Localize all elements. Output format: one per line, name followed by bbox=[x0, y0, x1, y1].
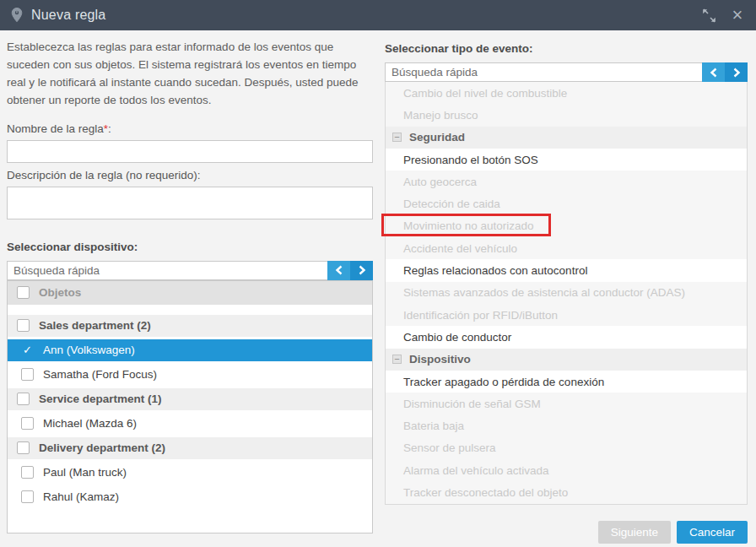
device-search-row bbox=[7, 261, 373, 280]
rule-description-label: Descripción de la regla (no requerido): bbox=[7, 169, 373, 181]
event-label: Seguridad bbox=[409, 131, 465, 144]
event-type-row: Movimiento no autorizado bbox=[386, 215, 747, 237]
device-label: Rahul (Kamaz) bbox=[43, 490, 119, 503]
device-item-row[interactable]: Rahul (Kamaz) bbox=[8, 486, 372, 508]
event-group-row[interactable]: −Dispositivo bbox=[386, 349, 747, 371]
event-group-row[interactable]: −Seguridad bbox=[386, 127, 747, 149]
dialog-titlebar: Nueva regla × bbox=[0, 0, 756, 30]
device-group-row[interactable]: Service department (1) bbox=[8, 388, 372, 410]
select-event-label: Seleccionar tipo de evento: bbox=[385, 42, 748, 55]
chevron-right-icon bbox=[358, 265, 366, 275]
checkbox[interactable] bbox=[21, 466, 34, 479]
location-pin-icon bbox=[10, 7, 24, 24]
event-label: Sensor de pulsera bbox=[403, 441, 496, 454]
chevron-left-icon bbox=[710, 68, 718, 78]
event-label: Alarma del vehículo activada bbox=[403, 464, 549, 477]
checkbox[interactable] bbox=[17, 441, 30, 454]
device-list-header[interactable]: Objetos bbox=[8, 281, 372, 305]
event-search-next-button[interactable] bbox=[725, 62, 748, 82]
event-type-row: Auto geocerca bbox=[386, 171, 747, 192]
event-label: Bateria baja bbox=[403, 420, 464, 432]
device-item-row[interactable]: Paul (Man truck) bbox=[8, 462, 372, 484]
event-type-row: Detección de caida bbox=[386, 192, 747, 214]
select-all-checkbox[interactable] bbox=[17, 286, 30, 299]
event-label: Reglas relacionados con autocontrol bbox=[403, 264, 587, 277]
expand-window-icon[interactable] bbox=[700, 7, 717, 24]
event-label: Movimiento no autorizado bbox=[403, 219, 534, 232]
checkbox[interactable] bbox=[17, 319, 30, 332]
event-label: Dispositivo bbox=[409, 353, 471, 366]
device-label: Sales department (2) bbox=[39, 319, 151, 332]
event-label: Detección de caida bbox=[403, 198, 500, 210]
rule-description-input[interactable] bbox=[7, 187, 373, 219]
event-type-row: Alarma del vehículo activada bbox=[386, 459, 747, 481]
collapse-minus-icon[interactable]: − bbox=[392, 355, 402, 364]
device-list: Objetos Sales department (2)✓Ann (Volksw… bbox=[7, 280, 373, 533]
cancel-button[interactable]: Cancelar bbox=[677, 521, 748, 544]
event-label: Cambio del nivel de combustible bbox=[403, 87, 567, 100]
device-label: Paul (Man truck) bbox=[43, 466, 127, 479]
event-type-row: Tracker desconectado del objeto bbox=[386, 481, 747, 503]
event-label: Tracker apagado o pérdida de conexión bbox=[403, 376, 604, 388]
chevron-right-icon bbox=[732, 68, 741, 78]
rule-form-panel: Establecezca las reglas para estar infor… bbox=[7, 39, 373, 533]
event-label: Accidente del vehículo bbox=[403, 242, 517, 255]
device-item-row[interactable]: Michael (Mazda 6) bbox=[8, 413, 372, 435]
event-label: Auto geocerca bbox=[403, 176, 477, 188]
event-label: Manejo brusco bbox=[403, 109, 478, 122]
event-type-row[interactable]: Tracker apagado o pérdida de conexión bbox=[386, 371, 747, 393]
event-label: Sistemas avanzados de asistencia al cond… bbox=[403, 286, 685, 299]
search-next-button[interactable] bbox=[350, 261, 373, 280]
device-search-input[interactable] bbox=[7, 261, 327, 280]
event-list: Cambio del nivel de combustibleManejo br… bbox=[385, 82, 748, 505]
device-label: Service department (1) bbox=[39, 393, 162, 405]
event-type-row[interactable]: Reglas relacionados con autocontrol bbox=[386, 259, 747, 281]
device-label: Ann (Volkswagen) bbox=[43, 344, 135, 356]
search-prev-button[interactable] bbox=[327, 261, 350, 280]
checkmark-icon[interactable]: ✓ bbox=[21, 344, 34, 356]
event-type-row: Sistemas avanzados de asistencia al cond… bbox=[386, 282, 747, 304]
device-label: Samatha (Ford Focus) bbox=[43, 368, 157, 381]
device-item-row[interactable]: ✓Ann (Volkswagen) bbox=[8, 339, 372, 361]
chevron-left-icon bbox=[335, 265, 343, 275]
device-label: Delivery department (2) bbox=[39, 441, 165, 454]
checkbox[interactable] bbox=[17, 393, 30, 405]
close-icon[interactable]: × bbox=[729, 7, 746, 24]
checkbox[interactable] bbox=[21, 368, 34, 381]
event-search-input[interactable] bbox=[385, 62, 702, 82]
event-type-row[interactable]: Cambio de conductor bbox=[386, 326, 747, 348]
event-type-panel: Seleccionar tipo de evento: Cambio del n… bbox=[385, 42, 748, 505]
event-type-row: Accidente del vehículo bbox=[386, 237, 747, 259]
device-item-row[interactable]: Samatha (Ford Focus) bbox=[8, 364, 372, 386]
event-label: Disminución de señal GSM bbox=[403, 398, 541, 410]
event-search-row bbox=[385, 62, 748, 82]
rule-name-input[interactable] bbox=[7, 140, 373, 163]
event-type-row: Identificación por RFID/iButton bbox=[386, 304, 747, 326]
next-button[interactable]: Siguiente bbox=[598, 521, 671, 544]
device-group-row[interactable]: Delivery department (2) bbox=[8, 437, 372, 459]
checkbox[interactable] bbox=[21, 417, 34, 430]
event-label: Presionando el botón SOS bbox=[403, 154, 538, 166]
event-type-row: Cambio del nivel de combustible bbox=[386, 82, 747, 104]
event-label: Tracker desconectado del objeto bbox=[403, 486, 568, 499]
device-header-label: Objetos bbox=[39, 286, 81, 299]
device-label: Michael (Mazda 6) bbox=[43, 417, 137, 430]
event-type-row: Sensor de pulsera bbox=[386, 437, 747, 459]
event-label: Cambio de conductor bbox=[403, 331, 511, 344]
event-type-row: Manejo brusco bbox=[386, 104, 747, 126]
event-label: Identificación por RFID/iButton bbox=[403, 309, 558, 322]
checkbox[interactable] bbox=[21, 490, 34, 503]
select-device-label: Seleccionar dispositivo: bbox=[7, 241, 373, 253]
event-type-row: Bateria baja bbox=[386, 414, 747, 436]
dialog-title: Nueva regla bbox=[31, 8, 105, 23]
event-type-row[interactable]: Presionando el botón SOS bbox=[386, 149, 747, 171]
intro-text: Establecezca las reglas para estar infor… bbox=[7, 39, 373, 110]
collapse-minus-icon[interactable]: − bbox=[392, 133, 402, 142]
rule-name-label: Nombre de la regla*: bbox=[7, 122, 373, 135]
dialog-footer: Siguiente Cancelar bbox=[598, 521, 748, 544]
device-group-row[interactable]: Sales department (2) bbox=[8, 315, 372, 337]
event-type-row: Disminución de señal GSM bbox=[386, 393, 747, 414]
event-search-prev-button[interactable] bbox=[702, 62, 725, 82]
